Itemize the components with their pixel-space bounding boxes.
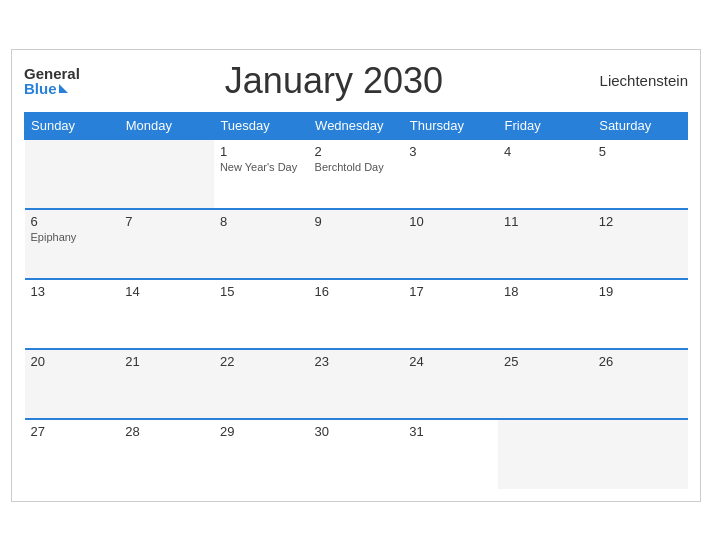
day-number: 1 <box>220 144 303 159</box>
day-number: 8 <box>220 214 303 229</box>
calendar-cell: 16 <box>309 279 404 349</box>
country-name: Liechtenstein <box>588 72 688 89</box>
day-number: 13 <box>31 284 114 299</box>
day-number: 29 <box>220 424 303 439</box>
day-number: 9 <box>315 214 398 229</box>
day-number: 20 <box>31 354 114 369</box>
calendar-title: January 2030 <box>80 60 588 102</box>
calendar-cell: 26 <box>593 349 688 419</box>
holiday-name: New Year's Day <box>220 161 303 173</box>
day-number: 3 <box>409 144 492 159</box>
calendar-cell: 15 <box>214 279 309 349</box>
weekday-header-friday: Friday <box>498 112 593 139</box>
weekday-header-tuesday: Tuesday <box>214 112 309 139</box>
calendar-cell: 10 <box>403 209 498 279</box>
calendar-cell: 5 <box>593 139 688 209</box>
calendar-cell: 23 <box>309 349 404 419</box>
day-number: 17 <box>409 284 492 299</box>
calendar-cell: 9 <box>309 209 404 279</box>
day-number: 30 <box>315 424 398 439</box>
calendar-cell: 25 <box>498 349 593 419</box>
calendar-cell: 21 <box>119 349 214 419</box>
logo: General Blue <box>24 66 80 96</box>
calendar-cell: 22 <box>214 349 309 419</box>
day-number: 5 <box>599 144 682 159</box>
calendar-cell: 18 <box>498 279 593 349</box>
day-number: 23 <box>315 354 398 369</box>
weekday-header-wednesday: Wednesday <box>309 112 404 139</box>
day-number: 31 <box>409 424 492 439</box>
day-number: 10 <box>409 214 492 229</box>
holiday-name: Epiphany <box>31 231 114 243</box>
calendar-container: General Blue January 2030 Liechtenstein … <box>11 49 701 502</box>
calendar-cell: 3 <box>403 139 498 209</box>
day-number: 26 <box>599 354 682 369</box>
day-number: 12 <box>599 214 682 229</box>
calendar-cell <box>593 419 688 489</box>
weekday-header-row: SundayMondayTuesdayWednesdayThursdayFrid… <box>25 112 688 139</box>
day-number: 27 <box>31 424 114 439</box>
calendar-header: General Blue January 2030 Liechtenstein <box>24 60 688 102</box>
calendar-table: SundayMondayTuesdayWednesdayThursdayFrid… <box>24 112 688 489</box>
day-number: 22 <box>220 354 303 369</box>
day-number: 19 <box>599 284 682 299</box>
calendar-cell <box>25 139 120 209</box>
week-row-2: 6Epiphany789101112 <box>25 209 688 279</box>
weekday-header-saturday: Saturday <box>593 112 688 139</box>
week-row-5: 2728293031 <box>25 419 688 489</box>
day-number: 14 <box>125 284 208 299</box>
calendar-cell: 19 <box>593 279 688 349</box>
calendar-cell: 20 <box>25 349 120 419</box>
calendar-cell: 7 <box>119 209 214 279</box>
day-number: 24 <box>409 354 492 369</box>
calendar-cell: 13 <box>25 279 120 349</box>
calendar-cell: 6Epiphany <box>25 209 120 279</box>
logo-blue-text: Blue <box>24 81 57 96</box>
logo-triangle-icon <box>59 84 68 93</box>
calendar-cell: 30 <box>309 419 404 489</box>
week-row-3: 13141516171819 <box>25 279 688 349</box>
week-row-4: 20212223242526 <box>25 349 688 419</box>
day-number: 18 <box>504 284 587 299</box>
day-number: 15 <box>220 284 303 299</box>
calendar-cell: 27 <box>25 419 120 489</box>
calendar-cell: 29 <box>214 419 309 489</box>
week-row-1: 1New Year's Day2Berchtold Day345 <box>25 139 688 209</box>
day-number: 16 <box>315 284 398 299</box>
calendar-cell: 12 <box>593 209 688 279</box>
calendar-cell: 4 <box>498 139 593 209</box>
calendar-cell <box>119 139 214 209</box>
calendar-cell: 14 <box>119 279 214 349</box>
weekday-header-monday: Monday <box>119 112 214 139</box>
calendar-cell: 31 <box>403 419 498 489</box>
calendar-cell: 8 <box>214 209 309 279</box>
calendar-cell: 11 <box>498 209 593 279</box>
holiday-name: Berchtold Day <box>315 161 398 173</box>
weekday-header-thursday: Thursday <box>403 112 498 139</box>
weekday-header-sunday: Sunday <box>25 112 120 139</box>
calendar-cell: 28 <box>119 419 214 489</box>
day-number: 6 <box>31 214 114 229</box>
day-number: 11 <box>504 214 587 229</box>
logo-general-text: General <box>24 66 80 81</box>
day-number: 7 <box>125 214 208 229</box>
calendar-cell: 24 <box>403 349 498 419</box>
day-number: 21 <box>125 354 208 369</box>
calendar-cell: 2Berchtold Day <box>309 139 404 209</box>
day-number: 2 <box>315 144 398 159</box>
day-number: 25 <box>504 354 587 369</box>
calendar-cell: 17 <box>403 279 498 349</box>
calendar-cell: 1New Year's Day <box>214 139 309 209</box>
day-number: 28 <box>125 424 208 439</box>
calendar-cell <box>498 419 593 489</box>
day-number: 4 <box>504 144 587 159</box>
